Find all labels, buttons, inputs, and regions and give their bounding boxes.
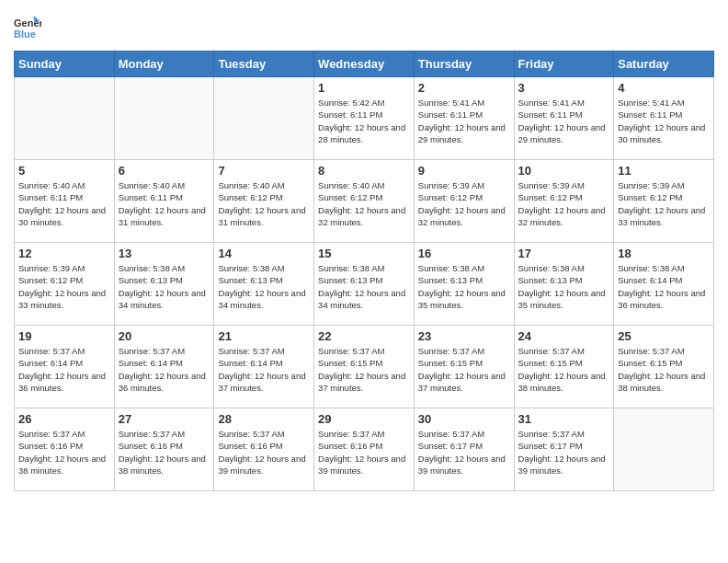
day-info: Sunrise: 5:38 AM Sunset: 6:13 PM Dayligh…	[518, 262, 610, 311]
calendar-day: 21Sunrise: 5:37 AM Sunset: 6:14 PM Dayli…	[214, 326, 314, 408]
calendar-body: 1Sunrise: 5:42 AM Sunset: 6:11 PM Daylig…	[15, 77, 714, 491]
day-info: Sunrise: 5:41 AM Sunset: 6:11 PM Dayligh…	[618, 97, 710, 145]
day-info: Sunrise: 5:37 AM Sunset: 6:16 PM Dayligh…	[318, 428, 410, 477]
day-number: 16	[418, 247, 510, 260]
calendar-day: 3Sunrise: 5:41 AM Sunset: 6:11 PM Daylig…	[514, 77, 614, 160]
calendar-week-3: 12Sunrise: 5:39 AM Sunset: 6:12 PM Dayli…	[15, 243, 714, 326]
day-number: 8	[318, 164, 410, 178]
day-header-friday: Friday	[514, 52, 614, 77]
day-number: 28	[218, 412, 310, 426]
day-number: 31	[518, 412, 610, 426]
day-info: Sunrise: 5:37 AM Sunset: 6:16 PM Dayligh…	[218, 428, 310, 477]
day-number: 2	[418, 81, 510, 95]
day-number: 21	[218, 329, 310, 343]
page-header: General Blue	[14, 14, 714, 41]
day-info: Sunrise: 5:37 AM Sunset: 6:14 PM Dayligh…	[218, 345, 310, 394]
day-number: 1	[318, 81, 410, 95]
calendar-day: 10Sunrise: 5:39 AM Sunset: 6:12 PM Dayli…	[514, 160, 614, 243]
calendar-day: 30Sunrise: 5:37 AM Sunset: 6:17 PM Dayli…	[414, 408, 514, 491]
calendar-day: 31Sunrise: 5:37 AM Sunset: 6:17 PM Dayli…	[514, 408, 614, 491]
day-info: Sunrise: 5:42 AM Sunset: 6:11 PM Dayligh…	[318, 97, 410, 145]
day-info: Sunrise: 5:38 AM Sunset: 6:13 PM Dayligh…	[218, 262, 310, 311]
calendar-day: 12Sunrise: 5:39 AM Sunset: 6:12 PM Dayli…	[15, 243, 115, 326]
day-info: Sunrise: 5:40 AM Sunset: 6:11 PM Dayligh…	[119, 179, 210, 228]
day-info: Sunrise: 5:37 AM Sunset: 6:15 PM Dayligh…	[518, 345, 610, 394]
day-info: Sunrise: 5:37 AM Sunset: 6:17 PM Dayligh…	[518, 428, 610, 477]
day-header-saturday: Saturday	[614, 52, 714, 77]
calendar-day: 6Sunrise: 5:40 AM Sunset: 6:11 PM Daylig…	[114, 160, 214, 243]
day-number: 20	[119, 329, 210, 343]
day-number: 24	[518, 329, 610, 343]
day-info: Sunrise: 5:40 AM Sunset: 6:12 PM Dayligh…	[318, 179, 410, 228]
calendar-day: 8Sunrise: 5:40 AM Sunset: 6:12 PM Daylig…	[314, 160, 415, 243]
calendar-day: 5Sunrise: 5:40 AM Sunset: 6:11 PM Daylig…	[15, 160, 115, 243]
calendar-day: 17Sunrise: 5:38 AM Sunset: 6:13 PM Dayli…	[514, 243, 614, 326]
day-info: Sunrise: 5:38 AM Sunset: 6:13 PM Dayligh…	[418, 262, 510, 311]
calendar-day: 9Sunrise: 5:39 AM Sunset: 6:12 PM Daylig…	[414, 160, 514, 243]
calendar-day	[15, 77, 115, 160]
day-number: 17	[518, 247, 610, 260]
calendar-day: 18Sunrise: 5:38 AM Sunset: 6:14 PM Dayli…	[614, 243, 714, 326]
day-info: Sunrise: 5:37 AM Sunset: 6:15 PM Dayligh…	[618, 345, 710, 394]
calendar-day: 23Sunrise: 5:37 AM Sunset: 6:15 PM Dayli…	[414, 326, 514, 408]
day-number: 3	[518, 81, 610, 95]
day-number: 13	[119, 247, 210, 260]
day-info: Sunrise: 5:39 AM Sunset: 6:12 PM Dayligh…	[518, 179, 610, 228]
day-info: Sunrise: 5:41 AM Sunset: 6:11 PM Dayligh…	[518, 97, 610, 145]
day-number: 6	[119, 164, 210, 178]
calendar-day: 26Sunrise: 5:37 AM Sunset: 6:16 PM Dayli…	[15, 408, 115, 491]
calendar-day: 20Sunrise: 5:37 AM Sunset: 6:14 PM Dayli…	[114, 326, 214, 408]
day-number: 9	[418, 164, 510, 178]
day-info: Sunrise: 5:39 AM Sunset: 6:12 PM Dayligh…	[18, 262, 110, 311]
calendar-day	[214, 77, 314, 160]
logo: General Blue	[14, 14, 41, 41]
day-number: 22	[318, 329, 410, 343]
day-number: 14	[218, 247, 310, 260]
day-info: Sunrise: 5:37 AM Sunset: 6:16 PM Dayligh…	[18, 428, 110, 477]
day-number: 23	[418, 329, 510, 343]
calendar-day: 2Sunrise: 5:41 AM Sunset: 6:11 PM Daylig…	[414, 77, 514, 160]
day-info: Sunrise: 5:37 AM Sunset: 6:14 PM Dayligh…	[119, 345, 210, 394]
calendar-day: 25Sunrise: 5:37 AM Sunset: 6:15 PM Dayli…	[614, 326, 714, 408]
day-header-monday: Monday	[114, 52, 214, 77]
calendar-day: 4Sunrise: 5:41 AM Sunset: 6:11 PM Daylig…	[614, 77, 714, 160]
day-info: Sunrise: 5:37 AM Sunset: 6:14 PM Dayligh…	[18, 345, 110, 394]
svg-text:Blue: Blue	[14, 29, 36, 40]
calendar-table: SundayMondayTuesdayWednesdayThursdayFrid…	[14, 51, 714, 491]
calendar-day: 27Sunrise: 5:37 AM Sunset: 6:16 PM Dayli…	[114, 408, 214, 491]
day-number: 10	[518, 164, 610, 178]
calendar-day: 16Sunrise: 5:38 AM Sunset: 6:13 PM Dayli…	[414, 243, 514, 326]
day-info: Sunrise: 5:37 AM Sunset: 6:15 PM Dayligh…	[418, 345, 510, 394]
calendar-day: 7Sunrise: 5:40 AM Sunset: 6:12 PM Daylig…	[214, 160, 314, 243]
day-number: 11	[618, 164, 710, 178]
day-header-thursday: Thursday	[414, 52, 514, 77]
calendar-day: 24Sunrise: 5:37 AM Sunset: 6:15 PM Dayli…	[514, 326, 614, 408]
day-number: 27	[119, 412, 210, 426]
day-info: Sunrise: 5:38 AM Sunset: 6:13 PM Dayligh…	[119, 262, 210, 311]
day-info: Sunrise: 5:40 AM Sunset: 6:12 PM Dayligh…	[218, 179, 310, 228]
day-header-wednesday: Wednesday	[314, 52, 415, 77]
day-number: 19	[18, 329, 110, 343]
day-number: 30	[418, 412, 510, 426]
calendar-day: 13Sunrise: 5:38 AM Sunset: 6:13 PM Dayli…	[114, 243, 214, 326]
day-number: 4	[618, 81, 710, 95]
day-info: Sunrise: 5:37 AM Sunset: 6:17 PM Dayligh…	[418, 428, 510, 477]
day-info: Sunrise: 5:41 AM Sunset: 6:11 PM Dayligh…	[418, 97, 510, 145]
day-header-sunday: Sunday	[15, 52, 115, 77]
calendar-day: 11Sunrise: 5:39 AM Sunset: 6:12 PM Dayli…	[614, 160, 714, 243]
day-info: Sunrise: 5:39 AM Sunset: 6:12 PM Dayligh…	[418, 179, 510, 228]
calendar-header-row: SundayMondayTuesdayWednesdayThursdayFrid…	[15, 52, 714, 77]
calendar-day: 15Sunrise: 5:38 AM Sunset: 6:13 PM Dayli…	[314, 243, 415, 326]
day-header-tuesday: Tuesday	[214, 52, 314, 77]
day-info: Sunrise: 5:40 AM Sunset: 6:11 PM Dayligh…	[18, 179, 110, 228]
calendar-week-1: 1Sunrise: 5:42 AM Sunset: 6:11 PM Daylig…	[15, 77, 714, 160]
calendar-day: 29Sunrise: 5:37 AM Sunset: 6:16 PM Dayli…	[314, 408, 415, 491]
day-number: 25	[618, 329, 710, 343]
calendar-day: 28Sunrise: 5:37 AM Sunset: 6:16 PM Dayli…	[214, 408, 314, 491]
day-number: 5	[18, 164, 110, 178]
day-number: 12	[18, 247, 110, 260]
calendar-day: 1Sunrise: 5:42 AM Sunset: 6:11 PM Daylig…	[314, 77, 415, 160]
day-number: 18	[618, 247, 710, 260]
day-number: 7	[218, 164, 310, 178]
calendar-day	[614, 408, 714, 491]
